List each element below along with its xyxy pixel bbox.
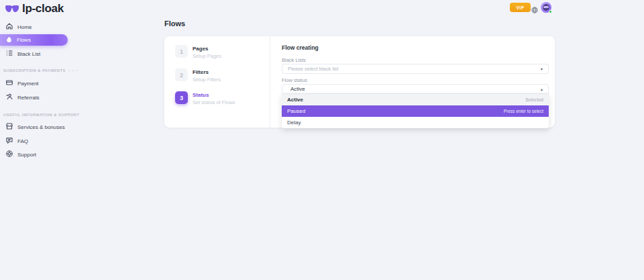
life-ring-icon	[6, 150, 13, 158]
form-title: Flow creating	[282, 44, 319, 51]
option-hint: Press enter to select	[504, 109, 543, 113]
sidebar-item-referrals[interactable]: Referrals	[0, 92, 39, 103]
user-plus-icon	[6, 93, 13, 101]
language-globe-icon[interactable]	[531, 4, 538, 11]
home-icon	[6, 23, 13, 31]
section-divider	[68, 71, 78, 71]
black-lists-select[interactable]: Please select black list ▾	[282, 64, 549, 74]
sidebar-item-label: Services & bonuses	[17, 124, 65, 130]
option-label: Delay	[287, 120, 301, 126]
list-icon	[6, 50, 13, 58]
chevron-up-icon: ▴	[541, 87, 543, 91]
option-label: Active	[287, 97, 303, 103]
flows-icon	[6, 36, 12, 44]
page-title: Flows	[164, 19, 185, 28]
step-title: Status	[193, 91, 235, 98]
step-subtitle: Setup Pages	[193, 53, 221, 59]
flow-status-value: Active	[288, 86, 305, 92]
black-lists-label: Black Lists	[282, 57, 306, 63]
shop-icon	[6, 123, 13, 131]
chevron-down-icon: ▾	[541, 67, 543, 71]
sidebar-item-label: Referrals	[17, 95, 39, 101]
sidebar-item-payment[interactable]: Payment	[0, 78, 39, 89]
step-title: Pages	[193, 45, 221, 52]
card-divider	[270, 36, 270, 128]
option-hint: Selected	[525, 97, 543, 102]
brand-logo[interactable]: lp-cloak	[5, 2, 64, 15]
step-number: 1	[175, 45, 188, 58]
sidebar-item-label: Support	[17, 152, 36, 158]
flow-status-dropdown: Active Selected Paused Press enter to se…	[282, 94, 549, 128]
step-subtitle: Setup Filters	[193, 77, 221, 83]
sidebar-section-support: USEFUL INFORMATION & SUPPORT	[3, 113, 79, 117]
sidebar-item-label: FAQ	[17, 138, 28, 144]
sidebar-item-label: Black List	[17, 51, 40, 57]
sidebar-item-flows[interactable]: Flows	[0, 34, 68, 46]
sidebar-item-home[interactable]: Home	[0, 21, 32, 32]
step-subtitle: Set status of Flows	[193, 99, 235, 105]
step-number: 2	[175, 68, 188, 81]
step-pages[interactable]: 1 Pages Setup Pages	[175, 45, 221, 59]
flow-status-select[interactable]: Active ▴	[282, 84, 549, 94]
step-status[interactable]: 3 Status Set status of Flows	[175, 91, 235, 105]
sidebar-item-services[interactable]: Services & bonuses	[0, 122, 65, 132]
option-active[interactable]: Active Selected	[282, 94, 549, 105]
option-label: Paused	[287, 108, 305, 114]
brand-name: lp-cloak	[22, 2, 64, 15]
flow-status-label: Flow status	[282, 77, 307, 83]
vip-button[interactable]: VIP	[510, 3, 531, 12]
online-status-dot	[549, 10, 552, 13]
sidebar-item-faq[interactable]: FAQ	[0, 136, 28, 146]
black-lists-placeholder: Please select black list	[288, 66, 338, 72]
step-title: Filters	[193, 68, 221, 75]
option-paused[interactable]: Paused Press enter to select	[282, 105, 549, 117]
option-delay[interactable]: Delay	[282, 117, 549, 128]
step-number: 3	[175, 91, 188, 104]
sidebar-item-support[interactable]: Support	[0, 149, 36, 160]
flow-creating-card: 1 Pages Setup Pages 2 Filters Setup Filt…	[164, 36, 555, 128]
sidebar-item-label: Payment	[17, 81, 39, 87]
mask-logo-icon	[5, 5, 19, 13]
sidebar-item-black-list[interactable]: Black List	[0, 48, 40, 59]
user-avatar[interactable]	[541, 2, 551, 13]
chat-icon	[6, 137, 13, 145]
credit-card-icon	[6, 79, 13, 87]
avatar-figure-band	[543, 6, 549, 8]
sidebar-item-label: Flows	[17, 37, 31, 43]
sidebar-section-subscription: SUBSCRIPTION & PAYMENTS	[3, 68, 78, 73]
step-filters[interactable]: 2 Filters Setup Filters	[175, 68, 221, 83]
sidebar-item-label: Home	[17, 24, 32, 30]
